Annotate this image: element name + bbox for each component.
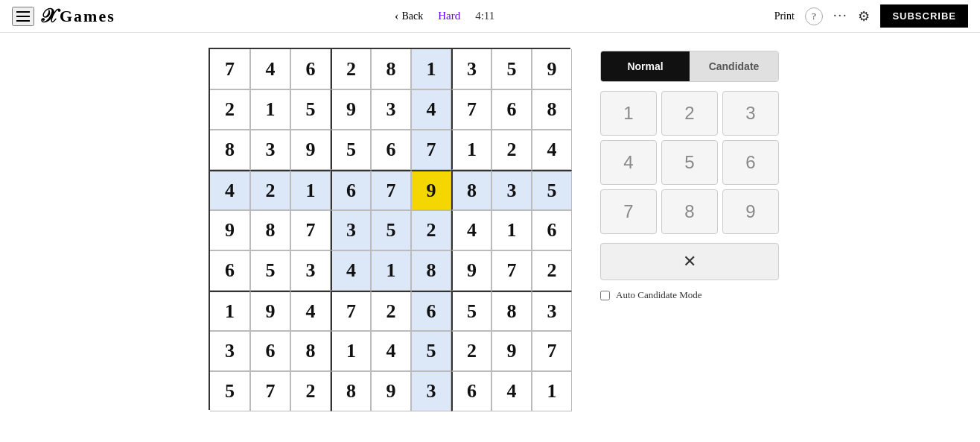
sudoku-cell[interactable]: 7 (411, 130, 451, 170)
menu-button[interactable] (12, 7, 34, 26)
more-options-icon[interactable]: ··· (833, 8, 848, 24)
sudoku-cell[interactable]: 6 (491, 89, 532, 130)
sudoku-cell[interactable]: 9 (210, 210, 250, 250)
numpad-button-6[interactable]: 6 (722, 140, 779, 185)
sudoku-cell[interactable]: 3 (411, 371, 451, 411)
sudoku-cell[interactable]: 4 (290, 291, 331, 331)
sudoku-cell[interactable]: 3 (491, 170, 532, 210)
print-button[interactable]: Print (774, 10, 795, 22)
sudoku-cell[interactable]: 1 (451, 130, 491, 170)
sudoku-cell[interactable]: 8 (290, 331, 331, 371)
sudoku-cell[interactable]: 7 (290, 210, 331, 250)
numpad-button-4[interactable]: 4 (600, 140, 657, 185)
sudoku-cell[interactable]: 6 (210, 250, 250, 291)
sudoku-cell[interactable]: 7 (331, 291, 371, 331)
sudoku-cell[interactable]: 3 (331, 210, 371, 250)
sudoku-cell[interactable]: 1 (290, 170, 331, 210)
sudoku-cell[interactable]: 7 (491, 250, 532, 291)
sudoku-cell[interactable]: 6 (371, 130, 411, 170)
sudoku-cell[interactable]: 3 (451, 49, 491, 89)
sudoku-cell[interactable]: 1 (331, 331, 371, 371)
sudoku-cell[interactable]: 1 (371, 250, 411, 291)
sudoku-cell[interactable]: 2 (371, 291, 411, 331)
numpad-button-9[interactable]: 9 (722, 189, 779, 234)
sudoku-cell[interactable]: 9 (250, 291, 290, 331)
sudoku-cell[interactable]: 8 (210, 130, 250, 170)
sudoku-cell[interactable]: 8 (250, 210, 290, 250)
sudoku-cell[interactable]: 2 (250, 170, 290, 210)
sudoku-cell[interactable]: 6 (250, 331, 290, 371)
sudoku-cell[interactable]: 2 (331, 49, 371, 89)
normal-mode-button[interactable]: Normal (601, 51, 690, 81)
sudoku-cell[interactable]: 7 (451, 89, 491, 130)
sudoku-cell[interactable]: 5 (532, 170, 572, 210)
sudoku-cell[interactable]: 6 (451, 371, 491, 411)
sudoku-cell[interactable]: 5 (411, 331, 451, 371)
sudoku-cell[interactable]: 9 (451, 250, 491, 291)
sudoku-cell[interactable]: 4 (532, 130, 572, 170)
sudoku-cell[interactable]: 8 (411, 250, 451, 291)
sudoku-cell[interactable]: 5 (290, 89, 331, 130)
sudoku-cell[interactable]: 7 (371, 170, 411, 210)
back-button[interactable]: ‹ Back (395, 10, 423, 23)
sudoku-cell[interactable]: 2 (290, 371, 331, 411)
sudoku-cell[interactable]: 6 (411, 291, 451, 331)
sudoku-cell[interactable]: 7 (210, 49, 250, 89)
auto-candidate-label[interactable]: Auto Candidate Mode (616, 289, 702, 301)
sudoku-cell[interactable]: 9 (290, 130, 331, 170)
sudoku-cell[interactable]: 2 (532, 250, 572, 291)
help-icon[interactable]: ? (805, 7, 823, 25)
numpad-button-2[interactable]: 2 (661, 91, 718, 136)
sudoku-cell[interactable]: 7 (250, 371, 290, 411)
sudoku-cell[interactable]: 6 (532, 210, 572, 250)
sudoku-cell[interactable]: 9 (532, 49, 572, 89)
sudoku-cell[interactable]: 1 (491, 210, 532, 250)
sudoku-cell[interactable]: 4 (331, 250, 371, 291)
numpad-button-7[interactable]: 7 (600, 189, 657, 234)
sudoku-cell[interactable]: 8 (491, 291, 532, 331)
numpad-button-5[interactable]: 5 (661, 140, 718, 185)
sudoku-cell[interactable]: 4 (411, 89, 451, 130)
sudoku-cell[interactable]: 6 (331, 170, 371, 210)
sudoku-cell[interactable]: 8 (451, 170, 491, 210)
subscribe-button[interactable]: SUBSCRIBE (880, 4, 968, 28)
sudoku-cell[interactable]: 5 (250, 250, 290, 291)
sudoku-cell[interactable]: 3 (290, 250, 331, 291)
sudoku-cell[interactable]: 9 (411, 170, 451, 210)
settings-icon[interactable]: ⚙ (858, 8, 870, 25)
sudoku-cell[interactable]: 1 (532, 371, 572, 411)
sudoku-cell[interactable]: 9 (371, 371, 411, 411)
sudoku-cell[interactable]: 3 (532, 291, 572, 331)
sudoku-cell[interactable]: 1 (411, 49, 451, 89)
sudoku-cell[interactable]: 1 (210, 291, 250, 331)
numpad-button-1[interactable]: 1 (600, 91, 657, 136)
sudoku-cell[interactable]: 1 (250, 89, 290, 130)
sudoku-cell[interactable]: 8 (532, 89, 572, 130)
candidate-mode-button[interactable]: Candidate (690, 51, 778, 81)
sudoku-cell[interactable]: 9 (491, 331, 532, 371)
sudoku-cell[interactable]: 5 (210, 371, 250, 411)
sudoku-grid[interactable]: 7462813592159347688395671244216798359873… (209, 48, 570, 410)
sudoku-cell[interactable]: 7 (532, 331, 572, 371)
sudoku-cell[interactable]: 3 (371, 89, 411, 130)
sudoku-cell[interactable]: 4 (371, 331, 411, 371)
numpad-button-8[interactable]: 8 (661, 189, 718, 234)
sudoku-cell[interactable]: 3 (250, 130, 290, 170)
sudoku-cell[interactable]: 3 (210, 331, 250, 371)
sudoku-cell[interactable]: 5 (331, 130, 371, 170)
sudoku-cell[interactable]: 5 (371, 210, 411, 250)
sudoku-cell[interactable]: 4 (250, 49, 290, 89)
sudoku-cell[interactable]: 9 (331, 89, 371, 130)
sudoku-cell[interactable]: 6 (290, 49, 331, 89)
sudoku-cell[interactable]: 2 (411, 210, 451, 250)
sudoku-cell[interactable]: 4 (491, 371, 532, 411)
sudoku-cell[interactable]: 5 (491, 49, 532, 89)
auto-candidate-checkbox[interactable] (600, 291, 610, 300)
sudoku-cell[interactable]: 8 (371, 49, 411, 89)
erase-button[interactable]: ✕ (600, 243, 779, 280)
sudoku-cell[interactable]: 2 (491, 130, 532, 170)
sudoku-cell[interactable]: 2 (451, 331, 491, 371)
numpad-button-3[interactable]: 3 (722, 91, 779, 136)
sudoku-cell[interactable]: 8 (331, 371, 371, 411)
sudoku-cell[interactable]: 2 (210, 89, 250, 130)
